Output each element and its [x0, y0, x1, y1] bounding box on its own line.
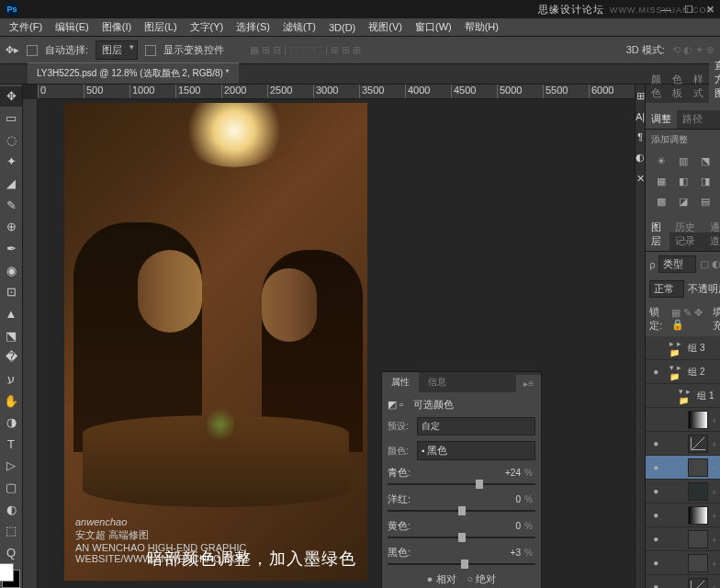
- menu-3d[interactable]: 3D(D): [323, 22, 361, 33]
- slider-value[interactable]: 0: [493, 521, 521, 531]
- invert-icon[interactable]: ◪: [675, 194, 692, 209]
- tool-17[interactable]: ▷: [0, 456, 22, 476]
- menu-文字[interactable]: 文字(Y): [185, 20, 230, 34]
- panel-menu-icon[interactable]: ▸≡: [516, 375, 541, 392]
- absolute-radio[interactable]: 绝对: [467, 572, 497, 586]
- character-icon[interactable]: A|: [636, 111, 645, 122]
- tool-15[interactable]: ◑: [0, 413, 22, 433]
- menu-滤镜[interactable]: 滤镜(T): [277, 20, 321, 34]
- tab-图层[interactable]: 图层: [646, 218, 669, 251]
- levels-icon[interactable]: ▥: [675, 153, 692, 168]
- tool-11[interactable]: ⬔: [0, 325, 22, 345]
- visibility-toggle[interactable]: ●: [649, 367, 662, 377]
- slider-track[interactable]: [388, 510, 535, 512]
- slider-track[interactable]: [388, 537, 535, 538]
- visibility-toggle[interactable]: ●: [649, 510, 662, 520]
- swatches-icon[interactable]: ⊞: [636, 90, 645, 102]
- tool-8[interactable]: ◉: [0, 260, 22, 280]
- tool-9[interactable]: ⊡: [0, 282, 22, 302]
- brightness-icon[interactable]: ☀: [653, 153, 669, 168]
- colorlookup-icon[interactable]: ▩: [653, 194, 669, 209]
- canvas[interactable]: anwenchao安文超 高端修图AN WENCHAO HIGH-END GRA…: [64, 103, 367, 581]
- tool-18[interactable]: ▢: [0, 478, 22, 498]
- tab-历史记录[interactable]: 历史记录: [669, 218, 705, 251]
- layer-row[interactable]: ⬨黑白 1: [646, 408, 720, 432]
- tab-properties[interactable]: 属性: [382, 372, 419, 392]
- hue-icon[interactable]: ▦: [653, 174, 669, 188]
- tab-info[interactable]: 信息: [419, 372, 456, 392]
- layer-row[interactable]: ●▾ ▸📁组 2: [646, 360, 720, 384]
- tab-调整[interactable]: 调整: [646, 109, 677, 129]
- menu-视图[interactable]: 视图(V): [363, 20, 408, 34]
- menu-窗口[interactable]: 窗口(W): [410, 20, 457, 34]
- slider-track[interactable]: [388, 563, 535, 565]
- slider-value[interactable]: +3: [493, 548, 521, 558]
- menu-图层[interactable]: 图层(L): [139, 20, 182, 34]
- brush-icon[interactable]: ◐: [636, 152, 645, 164]
- tool-16[interactable]: T: [0, 435, 22, 455]
- tool-14[interactable]: ✋: [0, 390, 22, 411]
- tool-4[interactable]: ◢: [0, 174, 22, 194]
- visibility-toggle[interactable]: ●: [649, 534, 662, 544]
- tool-13[interactable]: ע: [0, 369, 22, 390]
- menu-选择[interactable]: 选择(S): [231, 20, 276, 34]
- slider-track[interactable]: [388, 483, 535, 485]
- tool-19[interactable]: ◐: [0, 499, 22, 519]
- layer-row[interactable]: ●⬨曲线 1: [646, 575, 720, 588]
- filter-type-dropdown[interactable]: 类型: [658, 255, 696, 273]
- layer-row[interactable]: ●⬨选取颜色 2: [646, 456, 720, 480]
- measure-icon[interactable]: ✕: [636, 173, 645, 185]
- tab-路径[interactable]: 路径: [677, 109, 708, 129]
- document-tab[interactable]: LY3H5225.psd @ 12.8% (选取颜色 2, RGB/8) *: [28, 62, 239, 84]
- tool-0[interactable]: ✥: [0, 86, 22, 107]
- tab-通道[interactable]: 通道: [704, 218, 720, 251]
- menubar[interactable]: 文件(F)编辑(E)图像(I)图层(L)文字(Y)选择(S)滤镜(T)3D(D)…: [0, 18, 720, 37]
- tool-10[interactable]: ▲: [0, 304, 22, 324]
- autoselect-target-dropdown[interactable]: 图层: [96, 40, 138, 60]
- color-dropdown[interactable]: ▪ 黑色: [417, 441, 535, 460]
- menu-帮助[interactable]: 帮助(H): [459, 20, 504, 34]
- visibility-toggle[interactable]: ●: [649, 558, 662, 568]
- visibility-toggle[interactable]: ●: [649, 582, 662, 588]
- tool-6[interactable]: ⊕: [0, 217, 22, 237]
- menu-图像[interactable]: 图像(I): [96, 20, 137, 34]
- layer-row[interactable]: ▾ ▸📁组 1: [646, 384, 720, 408]
- layer-row[interactable]: ●⬨颜色查找 1: [646, 527, 720, 551]
- tool-2[interactable]: ◌: [0, 130, 22, 150]
- menu-编辑[interactable]: 编辑(E): [50, 20, 95, 34]
- slider-value[interactable]: +24: [493, 468, 521, 478]
- tab-样式[interactable]: 样式: [688, 70, 709, 103]
- paragraph-icon[interactable]: ¶: [637, 131, 643, 142]
- bw-icon[interactable]: ◨: [697, 174, 714, 188]
- autoselect-checkbox[interactable]: [27, 45, 38, 56]
- tool-5[interactable]: ✎: [0, 195, 22, 215]
- tool-1[interactable]: ▭: [0, 108, 22, 129]
- tool-12[interactable]: �: [0, 347, 22, 368]
- layer-row[interactable]: ●⬨曲线 2: [646, 432, 720, 456]
- blend-mode-dropdown[interactable]: 正常: [649, 280, 684, 298]
- layers-list[interactable]: ▸ ▸📁组 3●▾ ▸📁组 2▾ ▸📁组 1⬨黑白 1●⬨曲线 2●⬨选取颜色 …: [646, 336, 720, 588]
- curves-icon[interactable]: ⬔: [697, 153, 714, 168]
- tab-直方图[interactable]: 直方图: [709, 56, 720, 103]
- layer-row[interactable]: ●⬨选取颜色 1: [646, 551, 720, 575]
- show-transform-checkbox[interactable]: [145, 45, 156, 56]
- layer-row[interactable]: ●⬨颜色填充 1: [646, 480, 720, 503]
- visibility-toggle[interactable]: ●: [649, 438, 662, 448]
- tool-7[interactable]: ✒: [0, 239, 22, 259]
- color-swatch[interactable]: [2, 570, 20, 588]
- colorbalance-icon[interactable]: ◧: [675, 174, 692, 188]
- slider-value[interactable]: 0: [493, 494, 521, 504]
- posterize-icon[interactable]: ▤: [697, 194, 714, 209]
- tool-21[interactable]: Q: [0, 543, 22, 563]
- tool-3[interactable]: ✦: [0, 152, 22, 172]
- preset-dropdown[interactable]: 自定: [417, 417, 535, 435]
- tab-色板[interactable]: 色板: [667, 70, 688, 103]
- visibility-toggle[interactable]: ●: [649, 486, 662, 496]
- tool-20[interactable]: ⬚: [0, 521, 22, 541]
- relative-radio[interactable]: 相对: [427, 572, 456, 586]
- visibility-toggle[interactable]: ●: [649, 462, 662, 472]
- layer-row[interactable]: ●⬨黑白 1: [646, 503, 720, 527]
- tab-颜色[interactable]: 颜色: [646, 70, 667, 103]
- layer-row[interactable]: ▸ ▸📁组 3: [646, 336, 720, 360]
- menu-文件[interactable]: 文件(F): [4, 20, 48, 34]
